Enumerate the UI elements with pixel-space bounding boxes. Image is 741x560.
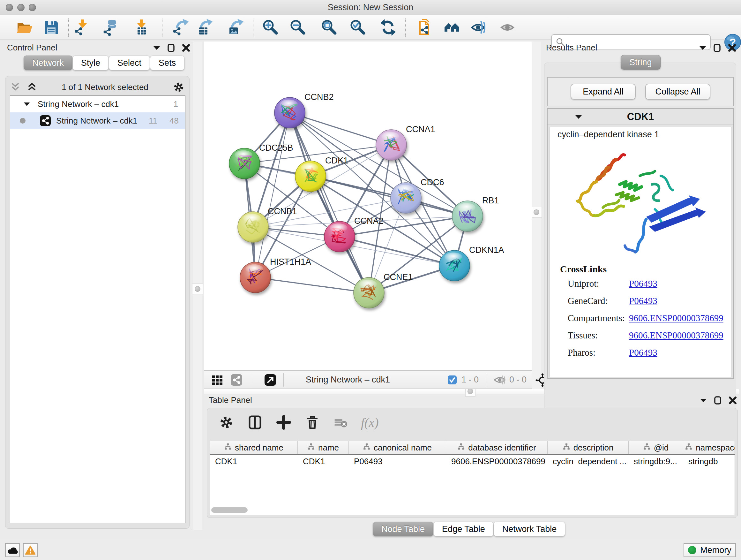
crosslink-link[interactable]: P06493 xyxy=(629,348,657,358)
delete-column-icon[interactable] xyxy=(305,415,320,430)
table-cell[interactable]: stringdb xyxy=(683,455,735,469)
zoom-out-button[interactable] xyxy=(289,18,307,37)
collapse-all-icon[interactable] xyxy=(10,83,21,91)
tree-expander-icon[interactable] xyxy=(23,102,30,106)
network-collection-row[interactable]: String Network – cdk1 1 xyxy=(10,96,185,112)
import-table-icon xyxy=(137,19,146,35)
birds-eye-view-icon[interactable] xyxy=(230,374,243,387)
tab-style[interactable]: Style xyxy=(72,56,109,70)
edge-CCNB2-HIST1H1A[interactable] xyxy=(255,113,290,277)
node-CDKN1A[interactable]: CDKN1A xyxy=(439,245,504,281)
panel-float-icon[interactable] xyxy=(714,396,722,405)
table-hscrollbar[interactable] xyxy=(211,507,248,513)
node-RB1[interactable]: RB1 xyxy=(452,196,499,232)
column-tree-icon xyxy=(224,443,232,453)
network-options-gear-icon[interactable] xyxy=(173,81,185,93)
expand-all-button[interactable]: Expand All xyxy=(570,84,636,100)
tab-edge-table[interactable]: Edge Table xyxy=(433,522,494,537)
import-database-button[interactable] xyxy=(103,18,120,37)
tab-select[interactable]: Select xyxy=(109,56,150,70)
zoom-selected-button[interactable] xyxy=(349,18,367,37)
column-header-at-id[interactable]: @id xyxy=(629,441,683,454)
table-cell[interactable]: stringdb:9... xyxy=(629,455,683,469)
table-cell[interactable]: P06493 xyxy=(349,455,446,469)
table-options-gear-icon[interactable] xyxy=(219,415,234,430)
crosslink-link[interactable]: 9606.ENSP00000378699 xyxy=(629,330,724,341)
control-panel-title: Control Panel xyxy=(7,43,57,53)
panel-close-icon[interactable] xyxy=(729,396,737,405)
show-all-button[interactable] xyxy=(499,18,517,37)
column-header-description[interactable]: description xyxy=(548,441,629,454)
panel-close-icon[interactable] xyxy=(728,44,736,52)
panel-close-icon[interactable] xyxy=(182,44,190,52)
table-cell[interactable]: 9606.ENSP00000378699 xyxy=(446,455,548,469)
node-CCNA1[interactable]: CCNA1 xyxy=(376,125,435,160)
save-session-button[interactable] xyxy=(43,18,60,37)
panel-menu-icon[interactable] xyxy=(700,398,707,402)
first-neighbors-button[interactable] xyxy=(443,18,461,37)
zoom-fit-button[interactable] xyxy=(320,18,338,37)
current-network-dot-icon xyxy=(20,118,25,124)
node-CDK1[interactable]: CDK1 xyxy=(295,156,348,192)
cloud-button[interactable] xyxy=(5,543,20,557)
node-HIST1H1A[interactable]: HIST1H1A xyxy=(240,257,311,293)
right-splitter-handle[interactable] xyxy=(531,207,542,218)
import-network-button[interactable] xyxy=(74,18,91,37)
string-results-box: Expand All Collapse All CDK1 cyclin–depe… xyxy=(544,63,736,422)
window-close-icon[interactable] xyxy=(6,4,13,11)
export-table-button[interactable] xyxy=(196,18,214,37)
window-minimize-icon[interactable] xyxy=(17,4,24,11)
show-columns-icon[interactable] xyxy=(247,415,263,430)
crosslink-link[interactable]: P06493 xyxy=(629,278,657,289)
grid-view-icon[interactable] xyxy=(211,374,223,388)
table-cell[interactable]: CDK1 xyxy=(298,455,349,469)
hidden-node-edge-counts: 0 - 0 xyxy=(509,375,527,385)
column-header-namespace[interactable]: namespace xyxy=(683,441,735,454)
export-network-button[interactable] xyxy=(172,18,190,37)
hide-selected-button[interactable] xyxy=(470,18,488,37)
crosslink-link[interactable]: 9606.ENSP00000378699 xyxy=(629,313,724,323)
zoom-in-button[interactable] xyxy=(262,18,280,37)
add-column-icon[interactable] xyxy=(276,415,291,430)
column-header-name[interactable]: name xyxy=(298,441,349,454)
network-from-file-icon xyxy=(420,19,429,34)
tab-network[interactable]: Network xyxy=(23,56,72,70)
tab-node-table[interactable]: Node Table xyxy=(373,522,433,537)
panel-menu-icon[interactable] xyxy=(699,46,706,50)
column-header-canonical-name[interactable]: canonical name xyxy=(349,441,446,454)
column-header-shared-name[interactable]: shared name xyxy=(210,441,298,454)
expand-all-icon[interactable] xyxy=(26,83,37,91)
edge-HIST1H1A-CCNE1[interactable] xyxy=(255,277,369,293)
crosslinks-list: Uniprot:P06493GeneCard:P06493Compartment… xyxy=(550,278,731,365)
collapse-all-button[interactable]: Collapse All xyxy=(645,84,711,100)
left-splitter-handle[interactable] xyxy=(192,284,203,294)
tab-network-table[interactable]: Network Table xyxy=(494,522,565,537)
panel-menu-icon[interactable] xyxy=(153,46,160,50)
crosslink-link[interactable]: P06493 xyxy=(629,296,657,306)
edge-CCNB2-CCNA1[interactable] xyxy=(290,113,391,145)
network-from-file-button[interactable] xyxy=(415,18,433,37)
tab-string[interactable]: String xyxy=(621,55,661,70)
tab-sets[interactable]: Sets xyxy=(150,56,185,70)
export-image-button[interactable] xyxy=(227,18,245,37)
crosslink-label: GeneCard: xyxy=(568,296,608,306)
crosslink-row: Pharos:P06493 xyxy=(550,348,731,365)
memory-button[interactable]: Memory xyxy=(684,543,736,557)
node-CCNB1[interactable]: CCNB1 xyxy=(238,206,297,242)
open-session-button[interactable] xyxy=(15,18,33,37)
warnings-button[interactable] xyxy=(23,543,38,557)
entry-expander-icon[interactable] xyxy=(575,115,582,119)
table-cell[interactable]: cyclin–dependent ... xyxy=(548,455,629,469)
import-table-button[interactable] xyxy=(132,18,150,37)
refresh-button[interactable] xyxy=(379,18,397,37)
selected-checkbox-icon[interactable] xyxy=(448,375,457,386)
table-cell[interactable]: CDK1 xyxy=(210,455,298,469)
window-zoom-icon[interactable] xyxy=(29,4,36,11)
panel-float-icon[interactable] xyxy=(167,44,175,52)
network-row-selected[interactable]: String Network – cdk1 11 48 xyxy=(10,112,185,129)
node-CDC25B[interactable]: CDC25B xyxy=(229,143,293,179)
panel-float-icon[interactable] xyxy=(713,44,721,52)
detach-view-icon[interactable] xyxy=(264,374,276,387)
column-header-database-identifier[interactable]: database identifier xyxy=(446,441,548,454)
network-canvas[interactable]: CCNB2 CCNA1 CDC25B CDK1 CDC6 RB1 CCNB1 C… xyxy=(204,42,532,370)
